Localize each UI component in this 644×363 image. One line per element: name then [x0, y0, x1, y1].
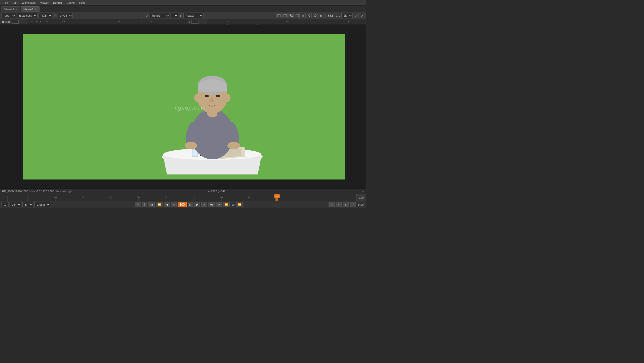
frame-skip-right-btn[interactable]: ⏩ [236, 202, 243, 207]
svg-text:60: 60 [165, 196, 167, 199]
ruler-timeline[interactable]: 0.01:58:29 0.1 0.3 3 10 30 64 [28, 19, 187, 24]
ip-label: IP [53, 14, 57, 17]
svg-text:0.7: 0.7 [286, 20, 289, 23]
mark-in-btn[interactable]: I [142, 202, 147, 207]
colorspace-select[interactable]: sRGB linear [58, 13, 73, 18]
roi-icon [277, 14, 280, 17]
dash-select[interactable]: - [171, 13, 178, 18]
frame-input-ruler[interactable] [12, 20, 19, 24]
pause-icon [320, 14, 323, 17]
tab-viewer2-label: Viewer2 [4, 8, 14, 11]
loop-icon [308, 14, 311, 17]
menu-viewer[interactable]: Viewer [38, 1, 51, 5]
svg-text:30: 30 [82, 196, 84, 199]
view-select[interactable]: 2D 3D [341, 13, 353, 18]
ruler-svg: 0.01:58:29 0.1 0.3 3 10 30 64 [28, 19, 187, 24]
pen-icon-btn[interactable] [354, 13, 359, 18]
compare-icon-btn[interactable] [295, 13, 300, 18]
tab-viewer1-label: Viewer1 [24, 8, 34, 11]
svg-point-54 [205, 95, 209, 97]
tabbar: Viewer2 ✕ Viewer1 ✕ [0, 6, 366, 12]
tab-viewer2[interactable]: Viewer2 ✕ [2, 6, 20, 12]
bottom-timeline[interactable]: 1 10 20 30 40 50 60 70 80 90 100 [0, 194, 366, 201]
viewer-image: cgsop.com [23, 34, 345, 179]
menu-file[interactable]: File [2, 1, 10, 5]
image-info: HD_1080 1920x1080 bbox: 0 0 1920 1080 ch… [2, 190, 71, 193]
checkerboard-icon [290, 14, 293, 17]
loop-btn[interactable]: ↻ [216, 202, 222, 207]
menu-workspace[interactable]: Workspace [20, 1, 38, 5]
channel-select[interactable]: rgba rgb alpha [2, 13, 16, 18]
loop-icon-btn[interactable] [307, 13, 312, 18]
roi-icon-btn[interactable] [276, 13, 281, 18]
checkerboard-icon-btn[interactable] [289, 13, 294, 18]
timeline-svg: 1 10 20 30 40 50 60 70 80 90 100 [0, 194, 366, 201]
b-read-select[interactable]: Read2 [183, 13, 204, 18]
current-frame-display[interactable]: 100 [178, 202, 187, 207]
tab-viewer1[interactable]: Viewer1 ✕ [21, 6, 40, 12]
prev-frame-btn[interactable]: ◀ [1, 19, 4, 24]
record-mark-btn[interactable] [336, 202, 342, 207]
svg-text:0.01:58:29: 0.01:58:29 [30, 20, 41, 23]
skip-start-btn[interactable]: ⏮ [148, 202, 155, 207]
timeline-scroll-btn[interactable]: 100 [356, 194, 366, 201]
global-select[interactable]: Global [34, 202, 50, 207]
viewer-container: cgsop.com [0, 25, 366, 189]
skip-end-btn[interactable]: ⏭ [208, 202, 215, 207]
statusbar: HD_1080 1920x1080 bbox: 0 0 1920 1080 ch… [0, 189, 366, 194]
pause-icon-btn[interactable] [319, 13, 324, 18]
clipping-icon [284, 14, 287, 17]
y-input[interactable] [191, 20, 198, 24]
svg-point-55 [216, 95, 220, 97]
lock-btn[interactable] [343, 202, 349, 207]
tf-select[interactable]: TF [22, 202, 33, 207]
statusbar-arrow[interactable]: ▼ [362, 190, 364, 193]
display-select[interactable]: RGB [38, 13, 52, 18]
playback-frame-input[interactable] [2, 202, 9, 207]
record-start-btn[interactable] [329, 202, 335, 207]
svg-rect-91 [330, 203, 333, 206]
alpha-select[interactable]: rgba.alpha [17, 13, 37, 18]
menu-render[interactable]: Render [51, 1, 64, 5]
svg-marker-12 [308, 15, 309, 16]
svg-text:0.3: 0.3 [62, 20, 65, 23]
record-icon [330, 203, 333, 206]
svg-text:1: 1 [7, 196, 8, 199]
svg-text:70: 70 [192, 196, 195, 199]
tab-viewer2-close[interactable]: ✕ [16, 8, 18, 11]
menu-cache[interactable]: Cache [65, 1, 77, 5]
tab-viewer1-close[interactable]: ✕ [35, 8, 37, 11]
svg-text:40: 40 [109, 196, 112, 199]
reset-btn[interactable]: ↺ [135, 202, 141, 207]
menu-help[interactable]: Help [77, 1, 87, 5]
svg-point-56 [194, 94, 200, 102]
step-forward-btn[interactable]: ▷ [201, 202, 207, 207]
ruler-right-timeline[interactable]: 0.1 0.4 0.7 2 3 [207, 19, 367, 24]
next-frame-btn-pb[interactable]: ▶ [194, 202, 200, 207]
arrow-icon-btn[interactable] [360, 13, 365, 18]
play-forward-btn[interactable]: ▷ [188, 202, 193, 207]
svg-point-59 [227, 142, 240, 149]
resize-btn[interactable] [350, 202, 356, 207]
a-read-select[interactable]: Read2 [150, 13, 170, 18]
frame-indicator: f/8 [5, 20, 8, 23]
mark-icon [337, 203, 340, 206]
timeline-scroll-label: 100 [359, 196, 364, 199]
prev-frame-btn-pb[interactable]: ◁ [171, 202, 177, 207]
step-back-large-btn[interactable]: ⏪ [156, 202, 163, 207]
resize-icon [351, 203, 354, 206]
mask-icon-btn[interactable] [313, 13, 318, 18]
svg-rect-93 [345, 204, 346, 206]
total-frames-display: 1405 [357, 203, 365, 206]
viewer-canvas[interactable]: cgsop.com [22, 25, 346, 189]
ruler-row: ◀ f/8 ▶ 0.01:58:29 0.1 0.3 3 10 30 64 Y [0, 19, 366, 25]
lines-icon-btn[interactable] [301, 13, 306, 18]
fps-select[interactable]: 24* 24 25 30 [10, 202, 21, 207]
next-frame-btn[interactable]: ▶ [8, 19, 11, 24]
frame-skip-left-btn[interactable]: ⏪ [223, 202, 230, 207]
clipping-icon-btn[interactable] [283, 13, 288, 18]
menu-edit[interactable]: Edit [11, 1, 19, 5]
step-back-btn[interactable]: ◀ [164, 202, 170, 207]
svg-text:30: 30 [140, 20, 142, 23]
svg-text:90: 90 [248, 196, 250, 199]
